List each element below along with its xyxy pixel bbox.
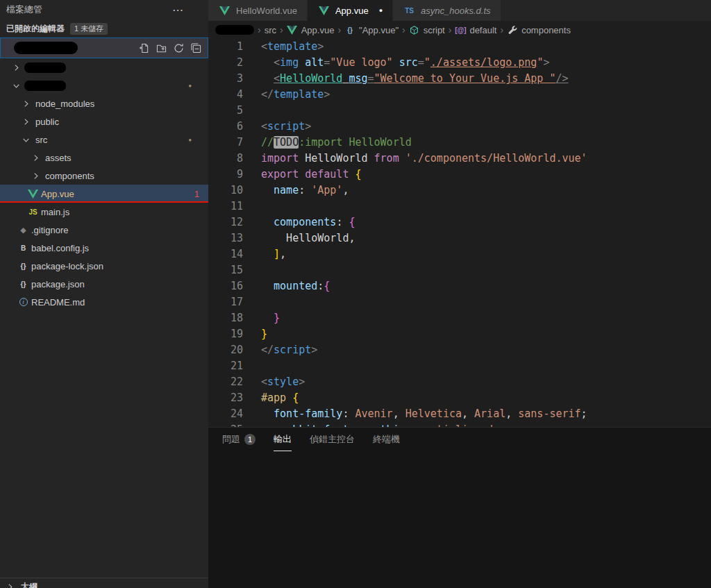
panel-tab-問題[interactable]: 問題1 [222, 428, 256, 451]
code-line-23[interactable]: 23#app { [208, 390, 711, 406]
code-line-19[interactable]: 19} [208, 326, 711, 342]
breadcrumb-separator-icon: › [280, 24, 283, 35]
tree-item-label: assets [45, 153, 72, 163]
code-line-7[interactable]: 7//TODO:import HelloWorld [208, 135, 711, 151]
vue-icon [218, 6, 231, 15]
code-line-9[interactable]: 9export default { [208, 167, 711, 183]
vue-icon [287, 26, 298, 35]
line-number: 4 [208, 87, 243, 103]
line-number: 6 [208, 119, 243, 135]
code-line-18[interactable]: 18 } [208, 310, 711, 326]
open-editors-header[interactable]: 已開啟的編輯器 1 未儲存 [0, 19, 208, 37]
unsaved-dot-icon[interactable]: ● [379, 7, 383, 14]
line-number: 17 [208, 294, 243, 310]
tree-item-main.js[interactable]: JSmain.js [0, 203, 208, 221]
new-file-icon[interactable] [138, 43, 149, 53]
code-line-5[interactable]: 5 [208, 103, 711, 119]
tree-item-package-lock.json[interactable]: {}package-lock.json [0, 257, 208, 275]
line-content: export default { [261, 167, 362, 183]
code-line-1[interactable]: 1<template> [208, 39, 711, 55]
more-actions-icon[interactable]: ⋯ [172, 3, 185, 17]
code-line-3[interactable]: 3 <HelloWorld msg="Welcome to Your Vue.j… [208, 71, 711, 87]
editor-tab-async_hooks.d.ts[interactable]: TSasync_hooks.d.ts [393, 0, 501, 21]
code-line-22[interactable]: 22<style> [208, 374, 711, 390]
breadcrumb-item-script[interactable]: script [409, 25, 445, 35]
tree-item-App.vue[interactable]: App.vue1 [0, 185, 208, 203]
code-line-17[interactable]: 17 [208, 294, 711, 310]
editor-tab-HelloWorld.vue[interactable]: HelloWorld.vue [208, 0, 308, 21]
ts-icon: TS [403, 7, 416, 15]
line-content: -webkit-font-smoothing: antialiased; [261, 422, 499, 427]
chevron-down-icon [12, 82, 24, 90]
tree-item-node_modules[interactable]: node_modules [0, 94, 208, 112]
tree-item-label: .gitignore [31, 225, 68, 235]
line-content: mounted:{ [261, 278, 330, 294]
tree-item-label: README.md [31, 297, 85, 308]
code-line-14[interactable]: 14 ], [208, 246, 711, 262]
code-line-12[interactable]: 12 components: { [208, 215, 711, 230]
refresh-icon[interactable] [173, 43, 184, 53]
code-line-20[interactable]: 20</script> [208, 342, 711, 358]
tree-item-package.json[interactable]: {}package.json [0, 275, 208, 293]
breadcrumb-item-src[interactable]: src [265, 25, 276, 35]
editor-group: HelloWorld.vueApp.vue●TSasync_hooks.d.ts… [208, 0, 711, 588]
line-content: ], [261, 246, 286, 262]
breadcrumb-item-App.vue[interactable]: App.vue [287, 25, 335, 35]
code-line-8[interactable]: 8import HelloWorld from './components/He… [208, 151, 711, 167]
explorer-sidebar: 檔案總管 ⋯ 已開啟的編輯器 1 未儲存 ●node_modulespublic… [0, 0, 208, 588]
breadcrumb-item-App.vue[interactable]: {}"App.vue" [344, 25, 399, 35]
tree-item-redacted-1[interactable]: ● [0, 76, 208, 94]
chevron-right-icon [32, 154, 44, 162]
line-number: 25 [208, 422, 243, 427]
line-content: import HelloWorld from './components/Hel… [261, 151, 587, 167]
line-number: 24 [208, 406, 243, 422]
tree-item-.gitignore[interactable]: ◆.gitignore [0, 221, 208, 239]
collapse-all-icon[interactable] [190, 43, 201, 53]
code-line-25[interactable]: 25 -webkit-font-smoothing: antialiased; [208, 422, 711, 427]
line-content: HelloWorld, [261, 230, 355, 246]
tree-item-components[interactable]: components [0, 167, 208, 185]
code-line-6[interactable]: 6<script> [208, 119, 711, 135]
json-icon: {} [17, 262, 30, 270]
breadcrumb-item-default[interactable]: [@]default [455, 25, 496, 35]
field-icon: [@] [455, 26, 466, 34]
editor-tab-App.vue[interactable]: App.vue● [308, 0, 393, 21]
line-number: 15 [208, 262, 243, 278]
workspace-header[interactable] [0, 37, 208, 58]
new-folder-icon[interactable] [156, 43, 167, 53]
code-editor[interactable]: 1<template>2 <img alt="Vue logo" src="./… [208, 39, 711, 427]
explorer-actions [138, 43, 201, 53]
code-line-13[interactable]: 13 HelloWorld, [208, 230, 711, 246]
line-number: 8 [208, 151, 243, 167]
breadcrumb-item-components[interactable]: components [507, 25, 571, 35]
panel-tab-輸出[interactable]: 輸出 [274, 428, 292, 451]
tree-item-README.md[interactable]: iREADME.md [0, 293, 208, 311]
vue-icon [26, 190, 40, 199]
tree-item-assets[interactable]: assets [0, 149, 208, 167]
line-number: 23 [208, 390, 243, 406]
tree-item-public[interactable]: public [0, 112, 208, 131]
outline-section-header[interactable]: 大綱 [0, 578, 208, 588]
panel-tab-偵錯主控台[interactable]: 偵錯主控台 [310, 428, 355, 451]
tree-item-src[interactable]: src● [0, 131, 208, 149]
line-content: <HelloWorld msg="Welcome to Your Vue.js … [261, 71, 569, 87]
code-line-2[interactable]: 2 <img alt="Vue logo" src="./assets/logo… [208, 55, 711, 71]
tree-item-label: node_modules [35, 99, 94, 109]
unsaved-count-badge: 1 未儲存 [70, 23, 108, 35]
code-line-11[interactable]: 11 [208, 199, 711, 215]
tree-item-babel.config.js[interactable]: Bbabel.config.js [0, 239, 208, 257]
code-line-10[interactable]: 10 name: 'App', [208, 183, 711, 199]
code-line-4[interactable]: 4</template> [208, 87, 711, 103]
code-line-15[interactable]: 15 [208, 262, 711, 278]
code-line-16[interactable]: 16 mounted:{ [208, 278, 711, 294]
file-tree: ●node_modulespublicsrc●assetscomponentsA… [0, 58, 208, 311]
code-line-21[interactable]: 21 [208, 358, 711, 374]
tree-item-redacted-0[interactable] [0, 58, 208, 76]
panel-tab-終端機[interactable]: 終端機 [373, 428, 400, 451]
open-editors-label: 已開啟的編輯器 [6, 23, 65, 35]
line-number: 12 [208, 215, 243, 230]
breadcrumb-item-redacted[interactable] [215, 25, 254, 35]
breadcrumb-label: components [521, 25, 571, 35]
code-line-24[interactable]: 24 font-family: Avenir, Helvetica, Arial… [208, 406, 711, 422]
breadcrumb-label: script [424, 25, 445, 35]
